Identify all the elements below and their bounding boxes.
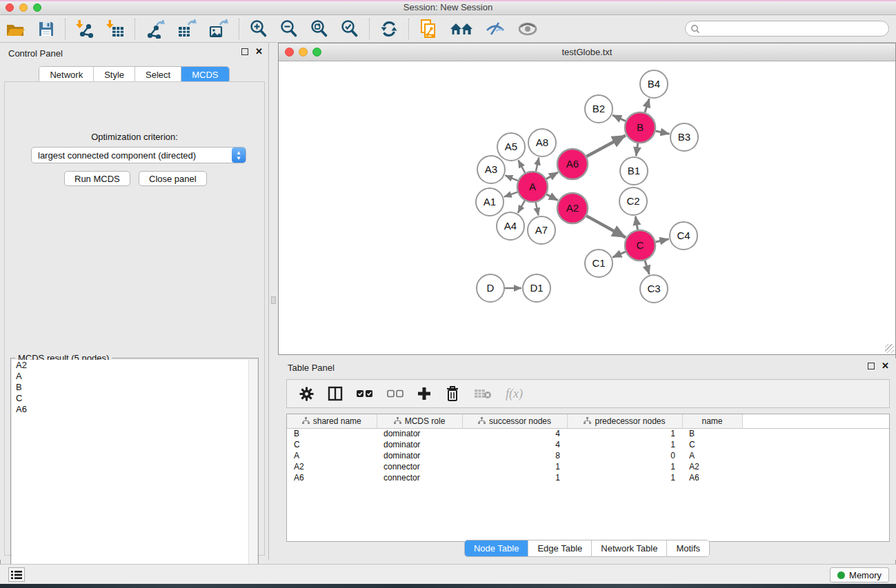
graph-edge-A-A8[interactable] xyxy=(536,157,539,171)
table-row[interactable]: Adominator80A xyxy=(287,450,890,461)
result-list-item[interactable]: C xyxy=(12,393,249,404)
export-table-button[interactable] xyxy=(171,17,203,41)
float-table-panel-icon[interactable] xyxy=(868,363,875,369)
graph-node-A8[interactable]: A8 xyxy=(528,129,556,156)
graph-node-C1[interactable]: C1 xyxy=(585,250,613,277)
import-table-button[interactable] xyxy=(100,17,130,41)
graph-edge-A-A2[interactable] xyxy=(546,194,558,201)
tab-style[interactable]: Style xyxy=(94,67,135,83)
graph-edge-B-B3[interactable] xyxy=(655,131,669,134)
task-history-button[interactable] xyxy=(8,567,25,582)
export-network-button[interactable] xyxy=(139,17,171,41)
tab-motifs[interactable]: Motifs xyxy=(667,540,709,556)
open-session-button[interactable] xyxy=(0,17,32,41)
graph-edge-A-A5[interactable] xyxy=(518,160,525,172)
network-canvas[interactable]: B4B2BB3A5A8A6A3B1AA1C2A2A4A7C4CC1C3DD1 xyxy=(279,61,895,354)
graph-node-C[interactable]: C xyxy=(625,230,655,261)
graph-node-A7[interactable]: A7 xyxy=(528,216,555,244)
close-table-panel-icon[interactable]: ✕ xyxy=(882,363,889,369)
graph-edge-A-A4[interactable] xyxy=(518,201,525,213)
home-button[interactable] xyxy=(444,17,479,41)
delete-column-button[interactable] xyxy=(438,381,467,406)
graph-edge-A2-C[interactable] xyxy=(586,216,626,237)
function-builder-button[interactable]: f(x) xyxy=(499,381,530,406)
tab-edge-table[interactable]: Edge Table xyxy=(528,540,592,556)
result-list-item[interactable]: A6 xyxy=(12,404,249,415)
graph-edge-A-A3[interactable] xyxy=(505,175,517,181)
graph-edge-C-C2[interactable] xyxy=(635,216,637,230)
search-input[interactable] xyxy=(703,24,888,34)
hide-selected-button[interactable] xyxy=(479,17,511,41)
column-header-name[interactable]: name xyxy=(682,414,742,428)
column-header-shared-name[interactable]: shared name xyxy=(287,414,377,428)
deselect-all-button[interactable] xyxy=(380,381,410,406)
graph-edge-A6-B[interactable] xyxy=(586,135,626,156)
zoom-selected-button[interactable] xyxy=(335,17,365,41)
float-panel-icon[interactable] xyxy=(241,48,248,55)
result-list-scrollbar[interactable] xyxy=(248,360,257,588)
graph-edge-B-B4[interactable] xyxy=(645,99,649,112)
memory-button[interactable]: Memory xyxy=(830,567,889,582)
export-image-button[interactable] xyxy=(203,17,235,41)
network-window-titlebar[interactable]: testGlobe.txt xyxy=(279,43,895,61)
zoom-out-button[interactable] xyxy=(274,17,304,41)
table-row[interactable]: A6connector11A6 xyxy=(287,472,890,483)
result-list-item[interactable]: A xyxy=(12,371,249,382)
tab-node-table[interactable]: Node Table xyxy=(465,540,529,556)
column-header-mcds-role[interactable]: MCDS role xyxy=(377,414,462,428)
window-titlebar[interactable]: Session: New Session xyxy=(0,0,896,15)
graph-node-D1[interactable]: D1 xyxy=(523,274,550,302)
result-list-item[interactable]: A2 xyxy=(12,360,249,371)
graph-node-A4[interactable]: A4 xyxy=(497,212,524,240)
criterion-dropdown[interactable]: largest connected component (directed) ▲… xyxy=(31,147,246,163)
close-panel-button[interactable]: Close panel xyxy=(139,171,207,186)
delete-table-button[interactable] xyxy=(467,381,499,406)
graph-edge-A-A7[interactable] xyxy=(536,203,539,216)
graph-edge-C-C1[interactable] xyxy=(613,252,626,257)
search-field[interactable] xyxy=(685,21,889,37)
graph-edge-A-A1[interactable] xyxy=(504,192,518,197)
select-all-button[interactable] xyxy=(350,381,380,406)
graph-node-A1[interactable]: A1 xyxy=(476,188,504,216)
tab-mcds[interactable]: MCDS xyxy=(181,67,228,83)
graph-node-B3[interactable]: B3 xyxy=(670,123,698,151)
network-from-file-button[interactable] xyxy=(413,17,444,41)
graph-node-B4[interactable]: B4 xyxy=(640,70,668,98)
graph-node-A[interactable]: A xyxy=(517,172,548,202)
show-all-button[interactable] xyxy=(511,17,544,41)
import-network-button[interactable] xyxy=(70,17,100,41)
graph-node-C3[interactable]: C3 xyxy=(640,275,668,303)
graph-node-A5[interactable]: A5 xyxy=(497,133,525,161)
graph-node-A3[interactable]: A3 xyxy=(477,156,505,183)
tab-network[interactable]: Network xyxy=(39,67,94,83)
add-column-button[interactable] xyxy=(410,381,438,406)
tab-select[interactable]: Select xyxy=(135,67,181,83)
graph-node-D[interactable]: D xyxy=(477,274,504,302)
column-header-predecessor-nodes[interactable]: predecessor nodes xyxy=(567,414,682,428)
table-row[interactable]: Bdominator41B xyxy=(287,428,890,439)
graph-node-A2[interactable]: A2 xyxy=(557,193,588,223)
table-row[interactable]: A2connector11A2 xyxy=(287,461,890,472)
table-settings-button[interactable] xyxy=(292,381,321,406)
graph-node-C4[interactable]: C4 xyxy=(670,222,697,250)
window-resize-grip[interactable] xyxy=(885,344,894,353)
graph-node-B2[interactable]: B2 xyxy=(585,95,613,123)
graph-edge-C-C4[interactable] xyxy=(655,239,668,242)
graph-edge-C-C3[interactable] xyxy=(645,261,649,274)
graph-edge-A-A6[interactable] xyxy=(546,172,558,179)
graph-node-B1[interactable]: B1 xyxy=(620,157,648,185)
graph-node-A6[interactable]: A6 xyxy=(557,149,588,179)
show-columns-button[interactable] xyxy=(321,381,350,406)
run-mcds-button[interactable]: Run MCDS xyxy=(64,171,130,186)
graph-edge-B-B2[interactable] xyxy=(613,115,626,121)
close-panel-icon[interactable]: ✕ xyxy=(255,48,263,55)
result-list-item[interactable]: B xyxy=(12,382,249,393)
save-session-button[interactable] xyxy=(32,17,61,41)
table-row[interactable]: Cdominator41C xyxy=(287,439,890,450)
zoom-fit-button[interactable] xyxy=(304,17,335,41)
splitter-handle[interactable] xyxy=(271,296,276,304)
graph-node-B[interactable]: B xyxy=(625,112,655,143)
graph-edge-B-B1[interactable] xyxy=(636,143,638,156)
tab-network-table[interactable]: Network Table xyxy=(592,540,667,556)
refresh-button[interactable] xyxy=(374,17,404,41)
